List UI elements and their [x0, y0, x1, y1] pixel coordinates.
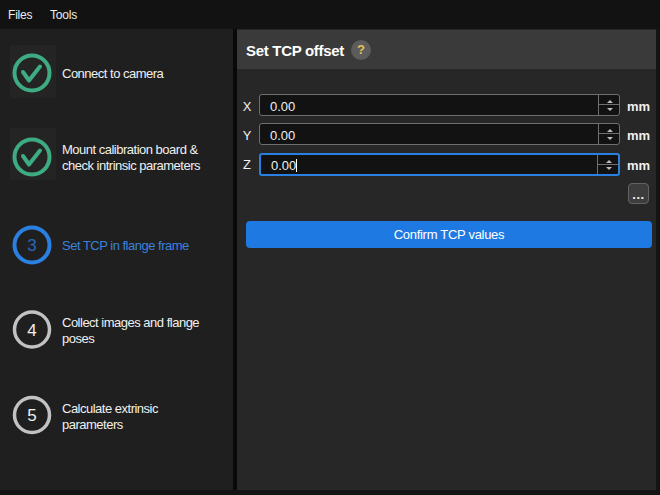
- svg-text:5: 5: [27, 406, 36, 425]
- svg-text:4: 4: [27, 321, 36, 340]
- svg-text:3: 3: [27, 236, 36, 255]
